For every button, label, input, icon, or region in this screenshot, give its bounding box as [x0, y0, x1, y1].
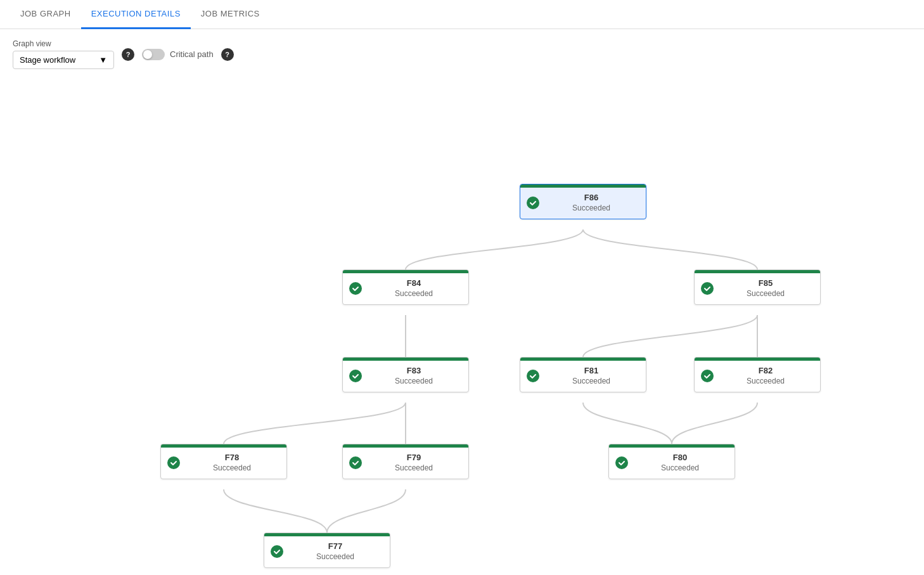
- critical-path-label: Critical path: [170, 49, 214, 59]
- dropdown-value: Stage workflow: [20, 55, 75, 65]
- graph-view-help-icon[interactable]: ?: [122, 48, 134, 61]
- node-f80[interactable]: F80 Succeeded: [608, 444, 735, 479]
- toggle-knob: [143, 50, 152, 59]
- node-title: F82: [759, 366, 773, 375]
- connector-F85-F81: [583, 315, 757, 357]
- connector-F78-F77: [224, 489, 327, 533]
- node-status: Succeeded: [747, 377, 785, 385]
- tab-execution-details[interactable]: EXECUTION DETAILS: [81, 0, 191, 29]
- graph-view-dropdown-container: Graph view Stage workflow ▼: [13, 39, 114, 69]
- node-f86[interactable]: F86 Succeeded: [520, 184, 646, 219]
- node-title: F80: [673, 453, 687, 462]
- node-status: Succeeded: [213, 463, 251, 472]
- node-check-icon: [349, 456, 362, 469]
- node-f85[interactable]: F85 Succeeded: [694, 269, 821, 305]
- node-status: Succeeded: [395, 377, 433, 385]
- graph-area: F86 Succeeded F84 Succeeded: [0, 79, 924, 574]
- node-check-icon: [271, 545, 283, 558]
- node-title: F81: [584, 366, 598, 375]
- node-status: Succeeded: [316, 552, 354, 561]
- node-status: Succeeded: [572, 377, 610, 385]
- node-check-icon: [701, 282, 714, 295]
- connector-F86-F85: [583, 229, 757, 269]
- graph-view-label: Graph view: [13, 39, 114, 48]
- connector-F82-F80: [672, 403, 757, 444]
- node-title: F85: [759, 278, 773, 288]
- node-title: F84: [407, 278, 421, 288]
- connector-F83-F78: [224, 403, 406, 444]
- connector-F86-F84: [406, 229, 583, 269]
- node-status: Succeeded: [661, 463, 699, 472]
- node-check-icon: [349, 282, 362, 295]
- connector-F79-F77: [327, 489, 406, 533]
- node-f77[interactable]: F77 Succeeded: [264, 533, 390, 568]
- node-title: F78: [225, 453, 239, 462]
- critical-path-help-icon[interactable]: ?: [221, 48, 234, 61]
- tab-job-metrics[interactable]: JOB METRICS: [191, 0, 270, 29]
- node-status: Succeeded: [395, 463, 433, 472]
- node-f84[interactable]: F84 Succeeded: [342, 269, 469, 305]
- node-title: F86: [584, 193, 598, 202]
- node-f78[interactable]: F78 Succeeded: [160, 444, 287, 479]
- graph-view-dropdown[interactable]: Stage workflow ▼: [13, 51, 114, 69]
- tab-job-graph[interactable]: JOB GRAPH: [10, 0, 81, 29]
- node-check-icon: [701, 370, 714, 382]
- node-status: Succeeded: [395, 289, 433, 298]
- node-status: Succeeded: [572, 204, 610, 212]
- critical-path-section: Critical path: [142, 49, 214, 60]
- node-check-icon: [349, 370, 362, 382]
- toolbar: Graph view Stage workflow ▼ ? Critical p…: [0, 29, 924, 79]
- node-title: F83: [407, 366, 421, 375]
- node-f83[interactable]: F83 Succeeded: [342, 357, 469, 392]
- node-check-icon: [167, 456, 180, 469]
- connector-lines: [0, 79, 924, 574]
- node-check-icon: [615, 456, 628, 469]
- connector-F81-F80: [583, 403, 672, 444]
- node-title: F79: [407, 453, 421, 462]
- node-f81[interactable]: F81 Succeeded: [520, 357, 646, 392]
- chevron-down-icon: ▼: [99, 55, 107, 65]
- tabs-bar: JOB GRAPH EXECUTION DETAILS JOB METRICS: [0, 0, 924, 29]
- critical-path-toggle[interactable]: [142, 49, 165, 60]
- node-check-icon: [527, 370, 539, 382]
- node-f82[interactable]: F82 Succeeded: [694, 357, 821, 392]
- node-title: F77: [328, 541, 342, 551]
- node-f79[interactable]: F79 Succeeded: [342, 444, 469, 479]
- node-status: Succeeded: [747, 289, 785, 298]
- node-check-icon: [527, 197, 539, 209]
